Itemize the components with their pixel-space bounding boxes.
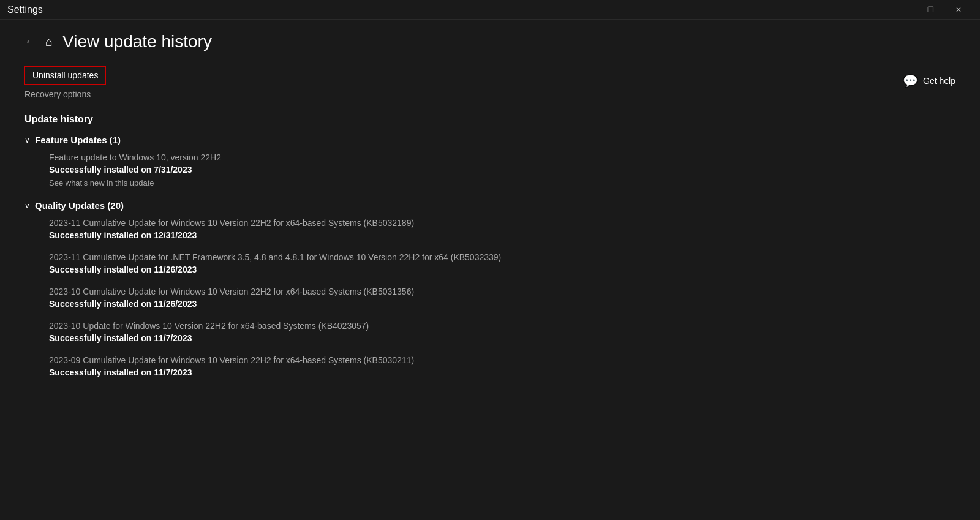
- title-bar-controls: — ❐ ✕: [888, 0, 973, 20]
- feature-chevron-icon: ∨: [24, 136, 30, 145]
- feature-update-item-0: Feature update to Windows 10, version 22…: [24, 153, 956, 188]
- quality-chevron-icon: ∨: [24, 202, 30, 210]
- feature-updates-header[interactable]: ∨ Feature Updates (1): [24, 135, 956, 145]
- uninstall-updates-link[interactable]: Uninstall updates: [24, 66, 106, 85]
- get-help-button[interactable]: 💬 Get help: [903, 73, 956, 88]
- quality-update-item-4: 2023-09 Cumulative Update for Windows 10…: [24, 355, 956, 377]
- page-header: ← ⌂ View update history: [24, 32, 956, 51]
- quality-update-name-1: 2023-11 Cumulative Update for .NET Frame…: [49, 252, 956, 262]
- feature-update-name-0: Feature update to Windows 10, version 22…: [49, 153, 956, 162]
- page-title: View update history: [62, 32, 212, 51]
- quality-update-name-3: 2023-10 Update for Windows 10 Version 22…: [49, 321, 956, 331]
- quality-update-name-4: 2023-09 Cumulative Update for Windows 10…: [49, 355, 956, 365]
- title-bar: Settings — ❐ ✕: [0, 0, 980, 20]
- back-icon: ←: [24, 36, 36, 48]
- update-history-section: Update history ∨ Feature Updates (1) Fea…: [24, 114, 956, 377]
- minimize-button[interactable]: —: [888, 0, 916, 20]
- feature-update-link-0[interactable]: See what's new in this update: [49, 178, 154, 187]
- quality-update-item-1: 2023-11 Cumulative Update for .NET Frame…: [24, 252, 956, 274]
- main-content: ← ⌂ View update history 💬 Get help Unins…: [0, 20, 980, 520]
- quality-update-name-2: 2023-10 Cumulative Update for Windows 10…: [49, 287, 956, 296]
- quality-update-name-0: 2023-11 Cumulative Update for Windows 10…: [49, 218, 956, 228]
- close-button[interactable]: ✕: [944, 0, 973, 20]
- feature-updates-category: ∨ Feature Updates (1) Feature update to …: [24, 135, 956, 188]
- get-help-icon: 💬: [903, 73, 918, 88]
- quality-updates-header[interactable]: ∨ Quality Updates (20): [24, 200, 956, 211]
- quality-updates-title: Quality Updates (20): [35, 200, 124, 211]
- back-button[interactable]: ←: [24, 36, 36, 48]
- feature-updates-title: Feature Updates (1): [35, 135, 121, 145]
- quality-update-status-1: Successfully installed on 11/26/2023: [49, 265, 956, 274]
- quality-updates-category: ∨ Quality Updates (20) 2023-11 Cumulativ…: [24, 200, 956, 377]
- quality-update-status-3: Successfully installed on 11/7/2023: [49, 333, 956, 343]
- title-bar-left: Settings: [7, 4, 43, 15]
- quality-update-status-0: Successfully installed on 12/31/2023: [49, 230, 956, 240]
- recovery-options-link[interactable]: Recovery options: [24, 89, 956, 99]
- home-icon: ⌂: [45, 35, 53, 49]
- quality-update-item-2: 2023-10 Cumulative Update for Windows 10…: [24, 287, 956, 309]
- quality-update-status-4: Successfully installed on 11/7/2023: [49, 367, 956, 377]
- quality-update-item-0: 2023-11 Cumulative Update for Windows 10…: [24, 218, 956, 240]
- quality-update-status-2: Successfully installed on 11/26/2023: [49, 299, 956, 309]
- title-bar-title: Settings: [7, 4, 43, 15]
- update-history-title: Update history: [24, 114, 956, 125]
- quality-update-item-3: 2023-10 Update for Windows 10 Version 22…: [24, 321, 956, 343]
- maximize-button[interactable]: ❐: [916, 0, 944, 20]
- links-section: Uninstall updates Recovery options: [24, 66, 956, 99]
- feature-update-status-0: Successfully installed on 7/31/2023: [49, 165, 956, 175]
- get-help-label: Get help: [923, 76, 956, 86]
